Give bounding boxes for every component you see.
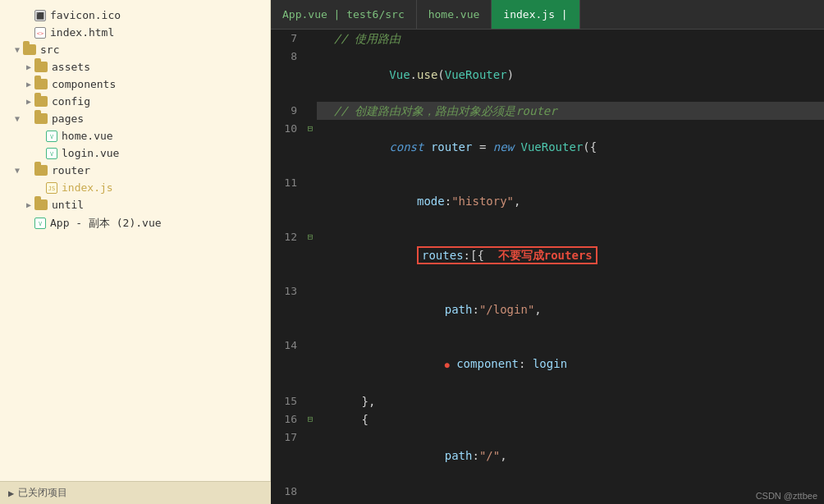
folder-label: until <box>52 199 84 211</box>
folder-icon <box>34 199 48 210</box>
code-text: path:"/", <box>317 428 824 483</box>
code-content-area: 7 // 使用路由 8 Vue.use(VueRouter) 9 // 创建路由… <box>271 30 824 504</box>
line-number: 10 <box>271 120 304 138</box>
tab-label: App.vue | test6/src <box>282 8 405 21</box>
code-text: // 创建路由对象，路由对象必须是router <box>317 102 824 120</box>
vue-icon: V <box>46 131 57 142</box>
line-number: 18 <box>271 483 304 501</box>
code-editor: App.vue | test6/src home.vue index.js | … <box>271 0 824 504</box>
csdn-watermark: CSDN @zttbee <box>756 491 817 501</box>
tree-item-pages[interactable]: pages <box>0 110 270 127</box>
code-text: const router = new VueRouter({ <box>317 120 824 174</box>
file-label: login.vue <box>62 147 119 159</box>
code-line-16: 16 ⊟ { <box>271 410 824 428</box>
code-line-14: 14 ● component: login <box>271 337 824 392</box>
folder-label: pages <box>52 112 84 125</box>
line-number: 14 <box>271 337 304 355</box>
close-icon: ▶ <box>8 488 14 499</box>
line-number: 12 <box>271 228 304 246</box>
code-line-13: 13 path:"/login", <box>271 282 824 337</box>
tree-item-favicon[interactable]: ⬛ favicon.ico <box>0 7 270 24</box>
code-text: { <box>317 410 824 428</box>
tab-label: index.js | <box>503 8 567 21</box>
folder-icon <box>34 62 48 72</box>
line-number: 8 <box>271 48 304 66</box>
bottom-status-bar: ▶ 已关闭项目 <box>0 481 271 504</box>
tree-item-index-html[interactable]: <> index.html <box>0 24 270 41</box>
js-icon: JS <box>46 182 57 194</box>
code-text: Vue.use(VueRouter) <box>317 48 824 102</box>
folder-icon <box>34 165 48 176</box>
file-label: favicon.ico <box>50 9 121 21</box>
tree-item-home-vue[interactable]: V home.vue <box>0 127 270 144</box>
vue-icon: V <box>34 218 46 229</box>
code-text: mode:"history", <box>317 174 824 228</box>
tree-item-login-vue[interactable]: V login.vue <box>0 144 270 162</box>
folder-icon <box>34 113 48 124</box>
folder-label: config <box>52 95 90 108</box>
tree-item-until[interactable]: until <box>0 196 270 213</box>
tree-item-config[interactable]: config <box>0 93 270 110</box>
html-icon: <> <box>34 27 46 39</box>
code-text: // 使用路由 <box>317 30 824 48</box>
fold-button[interactable]: ⊟ <box>304 228 317 246</box>
code-line-10: 10 ⊟ const router = new VueRouter({ <box>271 120 824 174</box>
tree-item-src[interactable]: src <box>0 41 270 58</box>
folder-icon <box>23 44 36 55</box>
folder-label: assets <box>52 61 90 73</box>
tab-label: home.vue <box>428 8 480 21</box>
chevron-right-icon <box>23 200 34 209</box>
fold-button[interactable]: ⊟ <box>304 120 317 138</box>
file-label: index.js <box>62 181 113 194</box>
tree-item-assets[interactable]: assets <box>0 58 270 76</box>
folder-label: src <box>40 44 59 56</box>
tab-app-vue[interactable]: App.vue | test6/src <box>271 0 417 29</box>
line-number: 15 <box>271 392 304 410</box>
tab-bar: App.vue | test6/src home.vue index.js | <box>271 0 824 30</box>
code-line-7: 7 // 使用路由 <box>271 30 824 48</box>
line-number: 16 <box>271 410 304 428</box>
code-line-11: 11 mode:"history", <box>271 174 824 228</box>
folder-label: components <box>52 78 116 90</box>
line-number: 11 <box>271 174 304 192</box>
chevron-down-icon <box>11 114 23 123</box>
code-text: path:"/login", <box>317 282 824 337</box>
code-text: ● component: login <box>317 337 824 392</box>
tree-item-components[interactable]: components <box>0 76 270 93</box>
file-label: index.html <box>50 26 114 39</box>
line-number: 13 <box>271 282 304 300</box>
tree-item-index-js[interactable]: JS index.js <box>0 179 270 196</box>
chevron-right-icon <box>23 62 34 71</box>
tree-item-router[interactable]: router <box>0 162 270 179</box>
folder-label: router <box>52 164 90 176</box>
folder-icon <box>34 96 48 107</box>
folder-icon <box>34 79 48 89</box>
code-line-9: 9 // 创建路由对象，路由对象必须是router <box>271 102 824 120</box>
code-line-12: 12 ⊟ routes:[{ 不要写成routers <box>271 228 824 282</box>
code-line-8: 8 Vue.use(VueRouter) <box>271 48 824 102</box>
vue-icon: V <box>46 148 57 159</box>
tree-item-app-vue[interactable]: V App - 副本 (2).vue <box>0 213 270 233</box>
code-text: component:home <box>317 483 824 504</box>
code-line-17: 17 path:"/", <box>271 428 824 483</box>
code-text: routes:[{ 不要写成routers <box>317 228 824 282</box>
fold-button[interactable]: ⊟ <box>304 410 317 428</box>
code-line-15: 15 }, <box>271 392 824 410</box>
chevron-right-icon <box>23 97 34 106</box>
line-number: 17 <box>271 428 304 447</box>
chevron-down-icon <box>11 166 23 175</box>
file-tree: ⬛ favicon.ico <> index.html src assets c… <box>0 0 271 504</box>
tab-index-js[interactable]: index.js | <box>492 0 579 29</box>
file-label: App - 副本 (2).vue <box>50 216 162 231</box>
line-number: 9 <box>271 102 304 120</box>
file-label: home.vue <box>62 130 113 142</box>
status-label: 已关闭项目 <box>18 486 67 500</box>
image-icon: ⬛ <box>34 10 46 21</box>
chevron-down-icon <box>11 45 23 54</box>
line-number: 7 <box>271 30 304 48</box>
tab-home-vue[interactable]: home.vue <box>417 0 492 29</box>
code-line-18: 18 component:home <box>271 483 824 504</box>
code-text: }, <box>317 392 824 410</box>
chevron-right-icon <box>23 80 34 89</box>
